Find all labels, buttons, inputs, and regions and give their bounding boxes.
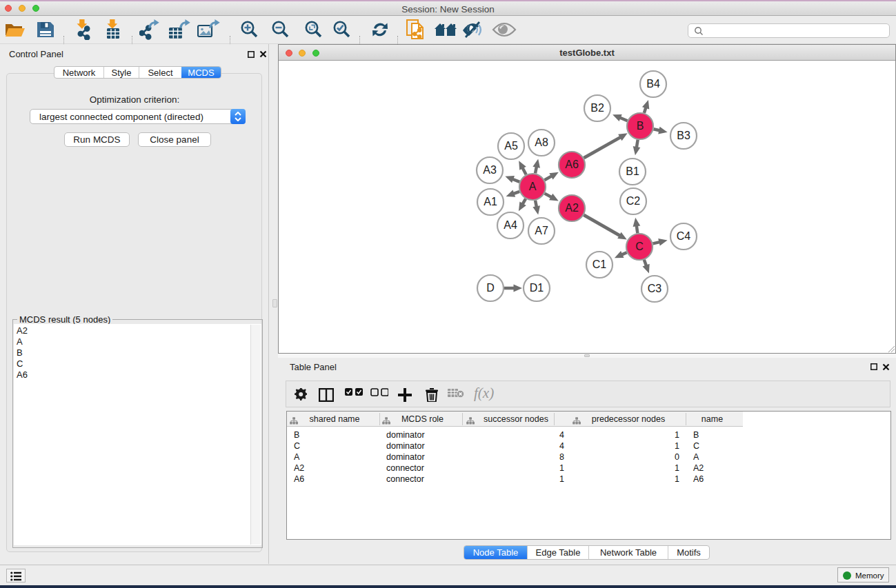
svg-text:A6: A6 xyxy=(565,159,579,170)
svg-text:B: B xyxy=(637,120,644,132)
svg-text:D1: D1 xyxy=(530,282,544,294)
svg-text:C3: C3 xyxy=(648,283,662,294)
svg-text:C4: C4 xyxy=(677,230,691,242)
svg-text:D: D xyxy=(486,282,495,294)
svg-text:A1: A1 xyxy=(484,196,497,207)
svg-text:A4: A4 xyxy=(504,219,517,231)
svg-text:A5: A5 xyxy=(504,140,518,152)
svg-text:A2: A2 xyxy=(565,202,579,214)
svg-text:C2: C2 xyxy=(626,195,641,207)
svg-text:C1: C1 xyxy=(593,258,607,270)
svg-text:B3: B3 xyxy=(677,130,690,141)
svg-text:A7: A7 xyxy=(535,225,548,236)
svg-text:B2: B2 xyxy=(590,102,604,114)
svg-text:C: C xyxy=(635,241,644,252)
svg-text:A3: A3 xyxy=(483,164,497,176)
svg-text:A: A xyxy=(529,181,537,192)
svg-text:B1: B1 xyxy=(626,165,639,177)
svg-text:A8: A8 xyxy=(535,136,548,148)
svg-text:B4: B4 xyxy=(646,78,660,90)
